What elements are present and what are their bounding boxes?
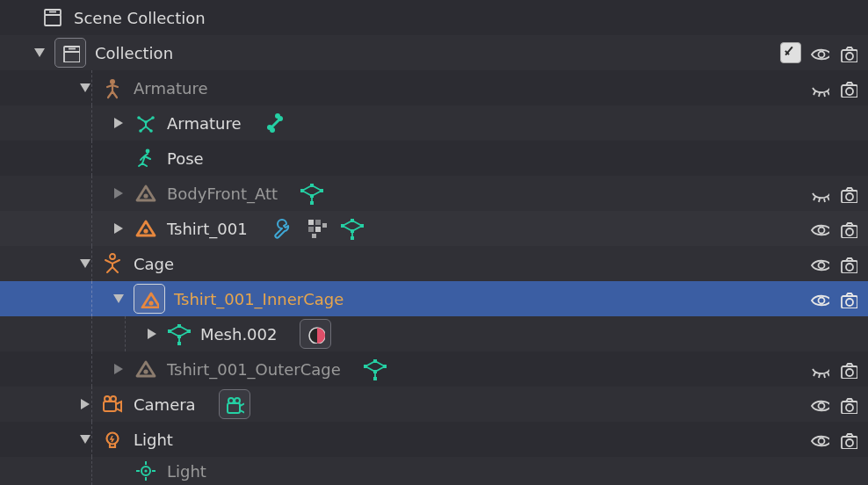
outliner-row-innercage[interactable]: Tshirt_001_InnerCage — [0, 281, 868, 316]
eye-open-icon[interactable] — [810, 395, 829, 414]
light-icon — [100, 427, 125, 452]
uv-icon — [306, 217, 329, 240]
camera-data-icon — [219, 389, 250, 419]
render-toggle-icon[interactable] — [838, 289, 857, 308]
eye-open-icon[interactable] — [810, 289, 829, 308]
light-label: Light — [134, 431, 173, 449]
outliner-row-armature-data[interactable]: Armature — [0, 105, 868, 141]
exclude-checkbox[interactable] — [780, 42, 801, 63]
vertex-group-icon — [341, 217, 364, 240]
expand-toggle[interactable] — [114, 119, 123, 127]
render-toggle-icon[interactable] — [838, 359, 857, 379]
bodyfront-label: BodyFront_Att — [167, 185, 278, 203]
eye-closed-icon[interactable] — [810, 78, 829, 98]
vertex-group-icon — [300, 182, 323, 205]
expand-toggle[interactable] — [114, 224, 123, 233]
eye-closed-icon[interactable] — [810, 359, 829, 379]
pose-label: Pose — [167, 149, 204, 168]
outliner-row-camera[interactable]: Camera — [0, 387, 868, 422]
outliner-row-meshdata[interactable]: Mesh.002 — [0, 316, 868, 351]
outliner-row-light-data[interactable]: Light — [0, 457, 868, 485]
mesh-icon — [134, 181, 158, 206]
armature-data-label: Armature — [167, 114, 242, 133]
light-data-icon — [134, 459, 158, 483]
eye-open-icon[interactable] — [810, 219, 829, 238]
collection-label: Collection — [95, 44, 173, 62]
collection-icon — [40, 5, 65, 30]
eye-closed-icon[interactable] — [810, 184, 829, 203]
collection-icon — [54, 38, 86, 68]
outliner-row-outercage[interactable]: Tshirt_001_OuterCage — [0, 351, 868, 387]
outliner-row-tshirt[interactable]: Tshirt_001 — [0, 211, 868, 246]
render-toggle-icon[interactable] — [838, 78, 857, 98]
armature-object-label: Armature — [134, 79, 208, 98]
expand-toggle[interactable] — [114, 189, 123, 198]
outliner-row-collection[interactable]: Collection — [0, 35, 868, 70]
pose-icon — [134, 146, 158, 170]
camera-label: Camera — [134, 395, 196, 414]
tshirt-label: Tshirt_001 — [167, 220, 248, 238]
vertex-group-icon — [364, 358, 387, 380]
expand-toggle[interactable] — [81, 400, 90, 409]
outliner-row-cage[interactable]: Cage — [0, 246, 868, 281]
render-toggle-icon[interactable] — [838, 395, 857, 414]
render-toggle-icon[interactable] — [838, 43, 857, 62]
expand-toggle[interactable] — [81, 259, 90, 268]
eye-open-icon[interactable] — [810, 43, 829, 62]
render-toggle-icon[interactable] — [838, 184, 857, 203]
outercage-label: Tshirt_001_OuterCage — [167, 360, 341, 379]
armature-icon — [100, 76, 125, 100]
light-data-label: Light — [167, 462, 206, 481]
expand-spacer — [114, 154, 123, 163]
eye-open-icon[interactable] — [810, 430, 829, 449]
mesh-icon — [134, 216, 158, 241]
expand-spacer — [114, 467, 123, 475]
expand-toggle[interactable] — [35, 48, 44, 57]
innercage-label: Tshirt_001_InnerCage — [174, 290, 344, 308]
eye-open-icon[interactable] — [810, 254, 829, 273]
expand-toggle[interactable] — [148, 329, 156, 338]
render-toggle-icon[interactable] — [838, 254, 857, 273]
mesh-icon — [134, 284, 165, 314]
armature-data-icon — [134, 111, 158, 135]
render-toggle-icon[interactable] — [838, 430, 857, 449]
expand-toggle[interactable] — [81, 435, 90, 444]
empty-icon — [100, 251, 125, 276]
bone-icon — [264, 112, 287, 134]
mesh-data-icon — [167, 322, 192, 346]
expand-toggle[interactable] — [81, 83, 90, 92]
outliner-row-scene-collection[interactable]: Scene Collection — [0, 0, 868, 35]
camera-icon — [100, 392, 125, 416]
outliner-row-pose[interactable]: Pose — [0, 141, 868, 176]
mesh-icon — [134, 357, 158, 381]
material-icon — [300, 319, 331, 349]
cage-label: Cage — [134, 255, 174, 273]
outliner-row-light[interactable]: Light — [0, 422, 868, 457]
render-toggle-icon[interactable] — [838, 219, 857, 238]
expand-toggle[interactable] — [114, 294, 123, 303]
outliner-row-armature-object[interactable]: Armature — [0, 70, 868, 105]
scene-collection-label: Scene Collection — [74, 9, 206, 27]
expand-toggle[interactable] — [114, 365, 123, 373]
wrench-icon — [271, 217, 293, 240]
meshdata-label: Mesh.002 — [200, 325, 277, 344]
outliner-row-bodyfront[interactable]: BodyFront_Att — [0, 176, 868, 211]
